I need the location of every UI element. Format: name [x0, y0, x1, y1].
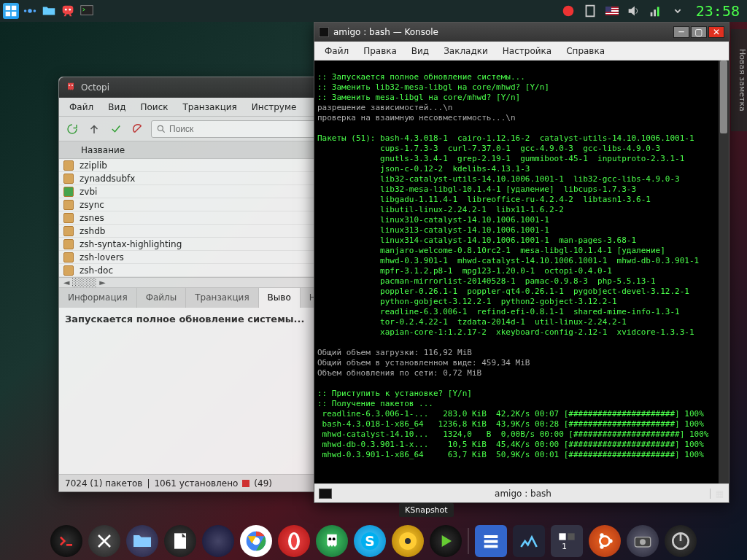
dock: S 1 — [50, 525, 697, 557]
dock-ubuntu[interactable] — [589, 525, 621, 557]
volume-icon[interactable] — [626, 3, 642, 19]
dock-ghost[interactable] — [316, 525, 348, 557]
svg-point-34 — [600, 545, 603, 548]
kmenu-settings[interactable]: Настройка — [495, 43, 559, 59]
tab-output[interactable]: Выво — [259, 288, 301, 308]
dock-player[interactable] — [430, 525, 462, 557]
kmenu-view[interactable]: Вид — [404, 43, 436, 59]
kmenu-edit[interactable]: Правка — [356, 43, 404, 59]
svg-rect-25 — [484, 535, 498, 538]
clipboard-icon[interactable] — [582, 3, 598, 19]
svg-point-4 — [69, 9, 71, 11]
svg-text:S: S — [365, 534, 374, 549]
upgrade-button[interactable] — [85, 120, 103, 138]
cancel-button[interactable] — [129, 120, 147, 138]
kmenu-file[interactable]: Файл — [317, 43, 356, 59]
new-tab-button[interactable]: ▦ — [710, 489, 729, 499]
svg-point-20 — [333, 537, 336, 540]
package-name: zvbi — [80, 187, 97, 197]
dock-chrome[interactable] — [240, 525, 272, 557]
konsole-title: amigo : bash — Konsole — [333, 27, 438, 37]
octopi-taskbar[interactable] — [60, 3, 76, 19]
dolphin-taskbar[interactable] — [41, 3, 57, 19]
dock-libreoffice[interactable] — [164, 525, 196, 557]
dock-media[interactable] — [392, 525, 424, 557]
tab-info[interactable]: Информация — [59, 288, 137, 308]
keyboard-layout[interactable] — [604, 3, 620, 19]
dock-separator — [468, 528, 469, 554]
apply-button[interactable] — [107, 120, 125, 138]
svg-text:1: 1 — [562, 542, 567, 551]
tab-files[interactable]: Файлы — [137, 288, 187, 308]
package-name: zynaddsubfx — [80, 174, 135, 184]
package-icon — [63, 213, 74, 223]
top-panel: 23:58 — [0, 0, 747, 22]
maximize-button[interactable]: ▢ — [691, 26, 707, 38]
package-icon — [63, 160, 74, 171]
tray-expand-icon[interactable] — [670, 3, 686, 19]
tooltip: KSnapshot — [399, 503, 454, 517]
notes-widget[interactable]: Новая заметка — [731, 29, 747, 131]
kmenu-bookmarks[interactable]: Закладки — [436, 43, 495, 59]
svg-rect-5 — [81, 6, 93, 15]
svg-rect-9 — [654, 9, 656, 16]
konsole-titlebar[interactable]: amigo : bash — Konsole ─ ▢ ✕ — [314, 23, 729, 42]
svg-rect-7 — [586, 6, 594, 17]
package-icon — [63, 174, 74, 184]
network-icon[interactable] — [648, 3, 664, 19]
menu-tools[interactable]: Инструме — [244, 99, 304, 115]
svg-rect-28 — [559, 533, 565, 540]
kmenu-help[interactable]: Справка — [559, 43, 612, 59]
svg-point-13 — [158, 125, 163, 131]
terminal-scrollbar[interactable] — [719, 61, 729, 483]
svg-point-33 — [600, 533, 603, 537]
package-icon — [63, 265, 74, 276]
package-icon — [63, 226, 74, 236]
dock-power[interactable] — [665, 525, 697, 557]
svg-point-32 — [608, 539, 612, 542]
updates-icon — [242, 480, 249, 487]
dock-monitor[interactable] — [513, 525, 545, 557]
sync-button[interactable] — [63, 120, 81, 138]
close-button[interactable]: ✕ — [708, 26, 724, 38]
svg-point-19 — [328, 537, 331, 540]
menu-view[interactable]: Вид — [101, 99, 133, 115]
svg-rect-8 — [650, 12, 652, 17]
svg-rect-29 — [568, 533, 574, 540]
dock-opera[interactable] — [278, 525, 310, 557]
konsole-taskbar[interactable] — [79, 3, 95, 19]
terminal-output[interactable]: :: Запускается полное обновление системы… — [314, 61, 729, 483]
package-name: zsync — [80, 200, 104, 210]
dock-terminal[interactable] — [50, 525, 82, 557]
package-name: zsnes — [80, 213, 104, 223]
status-updates: (49) — [254, 478, 272, 489]
package-name: zsh-lovers — [80, 252, 124, 262]
dock-pager[interactable]: 1 — [551, 525, 583, 557]
update-icon[interactable] — [560, 3, 576, 19]
dock-x[interactable] — [88, 525, 120, 557]
dock-skype[interactable]: S — [354, 525, 386, 557]
menu-transaction[interactable]: Транзакция — [176, 99, 244, 115]
svg-point-12 — [71, 85, 73, 86]
dock-ksnapshot[interactable] — [627, 525, 659, 557]
dock-files[interactable] — [126, 525, 158, 557]
konsole-tabbar: amigo : bash ▦ — [314, 483, 729, 502]
svg-point-2 — [34, 9, 36, 12]
menu-search[interactable]: Поиск — [133, 99, 175, 115]
package-icon — [63, 252, 74, 262]
menu-file[interactable]: Файл — [62, 99, 101, 115]
activities-icon[interactable] — [22, 3, 38, 19]
konsole-tab[interactable]: amigo : bash — [336, 486, 710, 502]
svg-point-24 — [405, 538, 411, 544]
dock-list[interactable] — [475, 525, 507, 557]
konsole-window: amigo : bash — Konsole ─ ▢ ✕ Файл Правка… — [314, 22, 729, 503]
octopi-title: Octopi — [81, 82, 109, 93]
clock[interactable]: 23:58 — [692, 2, 744, 20]
package-icon — [63, 239, 74, 249]
app-launcher[interactable] — [3, 3, 19, 19]
tab-transaction[interactable]: Транзакция — [186, 288, 258, 308]
package-name: zsh-doc — [80, 265, 113, 276]
tab-icon — [319, 489, 332, 499]
minimize-button[interactable]: ─ — [673, 26, 689, 38]
dock-night[interactable] — [202, 525, 234, 557]
